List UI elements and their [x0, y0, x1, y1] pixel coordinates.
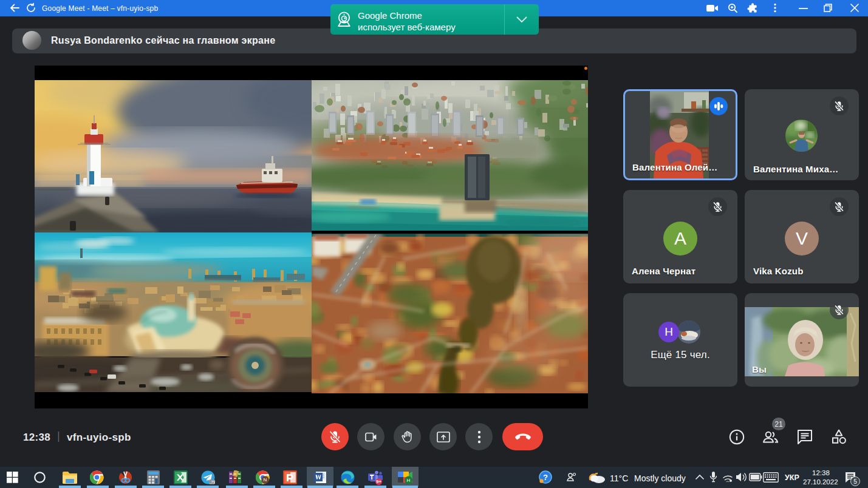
svg-text:..79: ..79 [209, 480, 215, 484]
svg-text:9+: 9+ [376, 479, 381, 484]
svg-text:H: H [407, 478, 411, 483]
svg-text:?: ? [543, 473, 548, 482]
svg-text:N: N [264, 477, 267, 483]
